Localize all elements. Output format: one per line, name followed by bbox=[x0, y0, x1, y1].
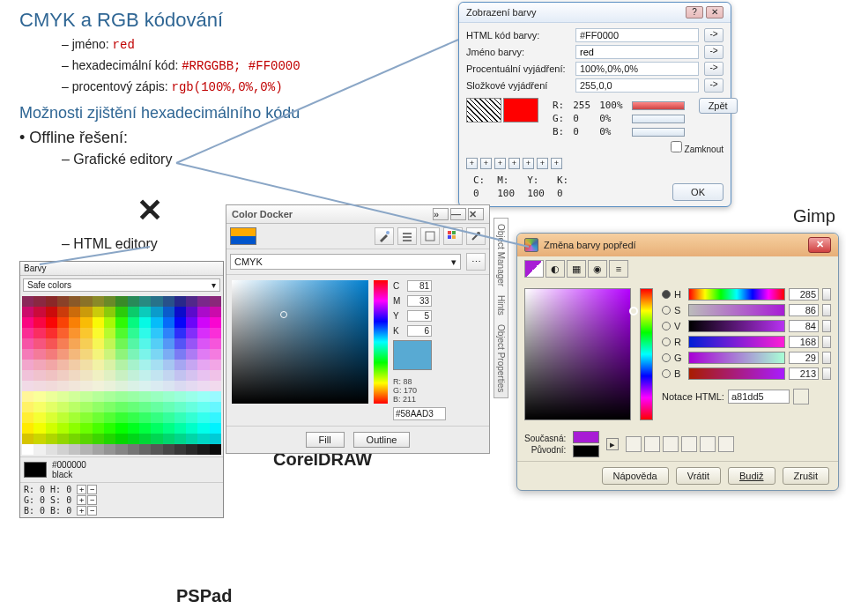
color-cell[interactable] bbox=[163, 370, 174, 381]
color-cell[interactable] bbox=[186, 370, 197, 381]
plus-button[interactable]: + bbox=[523, 158, 534, 169]
color-cell[interactable] bbox=[69, 402, 80, 412]
color-cell[interactable] bbox=[186, 349, 197, 360]
color-cell[interactable] bbox=[46, 434, 57, 444]
color-cell[interactable] bbox=[93, 317, 104, 328]
color-cell[interactable] bbox=[33, 402, 45, 412]
color-cell[interactable] bbox=[186, 328, 197, 338]
color-cell[interactable] bbox=[174, 402, 186, 412]
color-cell[interactable] bbox=[33, 370, 45, 381]
color-cell[interactable] bbox=[69, 444, 80, 455]
color-cell[interactable] bbox=[80, 391, 92, 402]
color-cell[interactable] bbox=[174, 381, 186, 391]
ok-button[interactable]: Budiž bbox=[728, 467, 776, 485]
color-cell[interactable] bbox=[151, 391, 162, 402]
color-cell[interactable] bbox=[33, 381, 45, 391]
color-cell[interactable] bbox=[163, 307, 174, 317]
color-cell[interactable] bbox=[197, 307, 209, 317]
color-cell[interactable] bbox=[210, 370, 221, 381]
color-cell[interactable] bbox=[57, 296, 69, 307]
color-cell[interactable] bbox=[22, 444, 33, 455]
color-cell[interactable] bbox=[186, 317, 197, 328]
color-cell[interactable] bbox=[186, 296, 197, 307]
color-cell[interactable] bbox=[115, 423, 127, 434]
color-cell[interactable] bbox=[22, 391, 33, 402]
color-cell[interactable] bbox=[115, 307, 127, 317]
grad-v[interactable] bbox=[688, 320, 785, 332]
radio-r[interactable] bbox=[662, 338, 671, 346]
history-swatch[interactable] bbox=[663, 436, 679, 452]
close-icon[interactable]: ✕ bbox=[468, 208, 484, 220]
color-cell[interactable] bbox=[151, 338, 162, 349]
vtab-object-properties[interactable]: Object Properties bbox=[496, 324, 506, 392]
color-cell[interactable] bbox=[139, 391, 151, 402]
radio-s[interactable] bbox=[662, 306, 671, 315]
color-cell[interactable] bbox=[46, 444, 57, 455]
spin-icon[interactable] bbox=[822, 367, 831, 380]
spin-icon[interactable] bbox=[822, 352, 831, 364]
color-cell[interactable] bbox=[210, 328, 221, 338]
mode-select[interactable]: CMYK▾ bbox=[230, 254, 461, 270]
color-cell[interactable] bbox=[93, 434, 104, 444]
color-cell[interactable] bbox=[163, 360, 174, 370]
color-cell[interactable] bbox=[22, 349, 33, 360]
color-cell[interactable] bbox=[128, 381, 139, 391]
color-cell[interactable] bbox=[151, 423, 162, 434]
history-swatch[interactable] bbox=[626, 436, 642, 452]
color-cell[interactable] bbox=[22, 360, 33, 370]
plus-button[interactable]: + bbox=[494, 158, 506, 169]
color-cell[interactable] bbox=[210, 423, 221, 434]
color-cell[interactable] bbox=[46, 381, 57, 391]
color-cell[interactable] bbox=[69, 328, 80, 338]
arrow-button[interactable]: -> bbox=[704, 28, 724, 42]
copy-icon[interactable] bbox=[793, 389, 809, 404]
color-cell[interactable] bbox=[80, 328, 92, 338]
color-cell[interactable] bbox=[57, 444, 69, 455]
val-procent[interactable]: 100%,0%,0% bbox=[575, 62, 699, 76]
color-cell[interactable] bbox=[46, 328, 57, 338]
color-cell[interactable] bbox=[33, 307, 45, 317]
color-cell[interactable] bbox=[197, 338, 209, 349]
radio-b[interactable] bbox=[662, 369, 671, 378]
tool-square-icon[interactable] bbox=[420, 227, 440, 245]
color-cell[interactable] bbox=[163, 402, 174, 412]
color-cell[interactable] bbox=[163, 423, 174, 434]
color-cell[interactable] bbox=[93, 360, 104, 370]
color-cell[interactable] bbox=[128, 349, 139, 360]
color-cell[interactable] bbox=[115, 360, 127, 370]
color-cell[interactable] bbox=[33, 444, 45, 455]
color-cell[interactable] bbox=[210, 338, 221, 349]
color-cell[interactable] bbox=[93, 296, 104, 307]
color-cell[interactable] bbox=[33, 360, 45, 370]
color-cell[interactable] bbox=[139, 296, 151, 307]
color-cell[interactable] bbox=[80, 423, 92, 434]
val-m[interactable]: 33 bbox=[407, 295, 432, 307]
color-cell[interactable] bbox=[139, 360, 151, 370]
val-c[interactable]: 81 bbox=[407, 280, 432, 292]
color-cell[interactable] bbox=[186, 412, 197, 423]
vtabs[interactable]: Object Manager Hints Object Properties bbox=[494, 218, 508, 398]
num-r[interactable]: 168 bbox=[789, 336, 819, 348]
color-cell[interactable] bbox=[197, 381, 209, 391]
color-cell[interactable] bbox=[22, 381, 33, 391]
color-cell[interactable] bbox=[33, 412, 45, 423]
color-cell[interactable] bbox=[197, 360, 209, 370]
zamknout-checkbox[interactable] bbox=[671, 141, 682, 152]
color-cell[interactable] bbox=[57, 402, 69, 412]
color-cell[interactable] bbox=[93, 338, 104, 349]
plus-button[interactable]: + bbox=[508, 158, 520, 169]
bar-b[interactable] bbox=[632, 128, 685, 137]
color-cell[interactable] bbox=[151, 317, 162, 328]
plus-button[interactable]: + bbox=[77, 495, 86, 505]
color-cell[interactable] bbox=[104, 423, 115, 434]
color-cell[interactable] bbox=[104, 381, 115, 391]
notace-input[interactable]: a81dd5 bbox=[728, 390, 790, 404]
color-cell[interactable] bbox=[128, 412, 139, 423]
color-cell[interactable] bbox=[115, 370, 127, 381]
color-cell[interactable] bbox=[128, 307, 139, 317]
color-cell[interactable] bbox=[22, 370, 33, 381]
color-cell[interactable] bbox=[104, 296, 115, 307]
color-cell[interactable] bbox=[93, 370, 104, 381]
color-cell[interactable] bbox=[174, 360, 186, 370]
color-cell[interactable] bbox=[69, 317, 80, 328]
